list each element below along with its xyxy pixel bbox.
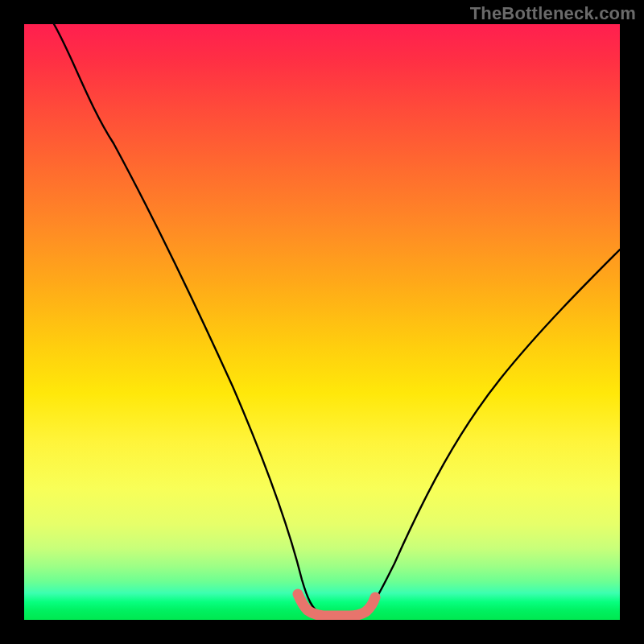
watermark-text: TheBottleneck.com <box>470 3 636 24</box>
curve-layer <box>24 24 620 620</box>
plot-area <box>24 24 620 620</box>
bottleneck-curve <box>54 24 620 616</box>
optimal-range-marker <box>298 594 375 616</box>
chart-frame: TheBottleneck.com <box>0 0 644 644</box>
